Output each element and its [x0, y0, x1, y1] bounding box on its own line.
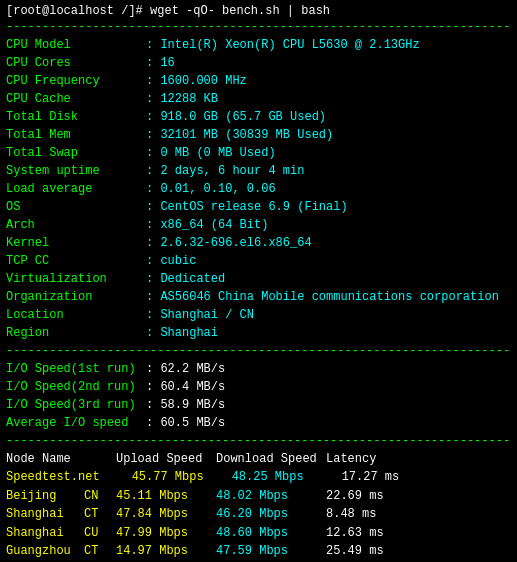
node-isp: CT	[84, 542, 116, 561]
sysinfo-label: Location	[6, 306, 146, 324]
node-download: 48.60 Mbps	[216, 524, 326, 543]
io-row: I/O Speed(1st run): 62.2 MB/s	[6, 360, 511, 378]
node-name: Beijing	[6, 487, 84, 506]
sysinfo-row: System uptime: 2 days, 6 hour 4 min	[6, 162, 511, 180]
sysinfo-label: System uptime	[6, 162, 146, 180]
sysinfo-value: : x86_64 (64 Bit)	[146, 216, 268, 234]
node-download: 48.25 Mbps	[232, 468, 342, 487]
node-latency: 25.49 ms	[326, 542, 406, 561]
sysinfo-row: Total Disk: 918.0 GB (65.7 GB Used)	[6, 108, 511, 126]
col-header-node: Node Name	[6, 452, 116, 466]
io-label: Average I/O speed	[6, 414, 146, 432]
node-isp: CN	[84, 487, 116, 506]
sysinfo-row: Organization: AS56046 China Mobile commu…	[6, 288, 511, 306]
nodes-section: Speedtest.net 45.77 Mbps 48.25 Mbps 17.2…	[6, 468, 511, 562]
node-upload: 45.11 Mbps	[116, 487, 216, 506]
sysinfo-row: OS: CentOS release 6.9 (Final)	[6, 198, 511, 216]
io-value: : 60.4 MB/s	[146, 378, 225, 396]
sysinfo-row: Load average: 0.01, 0.10, 0.06	[6, 180, 511, 198]
sysinfo-value: : 0.01, 0.10, 0.06	[146, 180, 276, 198]
sysinfo-row: CPU Cache: 12288 KB	[6, 90, 511, 108]
node-upload: 14.97 Mbps	[116, 542, 216, 561]
node-latency: 8.48 ms	[326, 505, 406, 524]
divider-3: ----------------------------------------…	[6, 434, 511, 448]
node-name: Guangzhou	[6, 542, 84, 561]
node-download: 48.02 Mbps	[216, 487, 326, 506]
divider-2: ----------------------------------------…	[6, 344, 511, 358]
col-header-upload: Upload Speed	[116, 452, 216, 466]
sysinfo-row: Region: Shanghai	[6, 324, 511, 342]
sysinfo-value: : CentOS release 6.9 (Final)	[146, 198, 348, 216]
sysinfo-label: Total Disk	[6, 108, 146, 126]
sysinfo-value: : cubic	[146, 252, 196, 270]
sysinfo-label: Arch	[6, 216, 146, 234]
table-row: Beijing CN 45.11 Mbps 48.02 Mbps 22.69 m…	[6, 487, 511, 506]
io-value: : 62.2 MB/s	[146, 360, 225, 378]
sysinfo-value: : Shanghai / CN	[146, 306, 254, 324]
sysinfo-row: CPU Frequency: 1600.000 MHz	[6, 72, 511, 90]
sysinfo-label: Load average	[6, 180, 146, 198]
sysinfo-row: Total Swap: 0 MB (0 MB Used)	[6, 144, 511, 162]
sysinfo-label: Virtualization	[6, 270, 146, 288]
table-row: Speedtest.net 45.77 Mbps 48.25 Mbps 17.2…	[6, 468, 511, 487]
sysinfo-value: : Intel(R) Xeon(R) CPU L5630 @ 2.13GHz	[146, 36, 420, 54]
sysinfo-section: CPU Model: Intel(R) Xeon(R) CPU L5630 @ …	[6, 36, 511, 342]
sysinfo-row: CPU Cores: 16	[6, 54, 511, 72]
sysinfo-value: : AS56046 China Mobile communications co…	[146, 288, 499, 306]
sysinfo-label: CPU Cores	[6, 54, 146, 72]
node-download: 47.59 Mbps	[216, 542, 326, 561]
node-latency: 17.27 ms	[342, 468, 422, 487]
node-upload: 47.99 Mbps	[116, 524, 216, 543]
sysinfo-row: Virtualization: Dedicated	[6, 270, 511, 288]
io-row: I/O Speed(3rd run): 58.9 MB/s	[6, 396, 511, 414]
sysinfo-value: : Shanghai	[146, 324, 218, 342]
col-header-latency: Latency	[326, 452, 406, 466]
table-row: Guangzhou CT 14.97 Mbps 47.59 Mbps 25.49…	[6, 542, 511, 561]
table-row: Shanghai CT 47.84 Mbps 46.20 Mbps 8.48 m…	[6, 505, 511, 524]
node-isp	[100, 468, 132, 487]
io-label: I/O Speed(1st run)	[6, 360, 146, 378]
sysinfo-label: Total Mem	[6, 126, 146, 144]
io-value: : 60.5 MB/s	[146, 414, 225, 432]
sysinfo-label: Region	[6, 324, 146, 342]
table-header: Node Name Upload Speed Download Speed La…	[6, 452, 511, 466]
sysinfo-label: OS	[6, 198, 146, 216]
io-value: : 58.9 MB/s	[146, 396, 225, 414]
sysinfo-value: : Dedicated	[146, 270, 225, 288]
sysinfo-value: : 2 days, 6 hour 4 min	[146, 162, 304, 180]
sysinfo-label: CPU Cache	[6, 90, 146, 108]
sysinfo-label: Kernel	[6, 234, 146, 252]
node-isp: CU	[84, 524, 116, 543]
io-label: I/O Speed(2nd run)	[6, 378, 146, 396]
node-upload: 47.84 Mbps	[116, 505, 216, 524]
sysinfo-label: Total Swap	[6, 144, 146, 162]
node-upload: 45.77 Mbps	[132, 468, 232, 487]
io-row: Average I/O speed: 60.5 MB/s	[6, 414, 511, 432]
sysinfo-label: CPU Frequency	[6, 72, 146, 90]
node-name: Shanghai	[6, 505, 84, 524]
sysinfo-label: TCP CC	[6, 252, 146, 270]
io-row: I/O Speed(2nd run): 60.4 MB/s	[6, 378, 511, 396]
terminal: [root@localhost /]# wget -qO- bench.sh |…	[0, 0, 517, 562]
sysinfo-row: CPU Model: Intel(R) Xeon(R) CPU L5630 @ …	[6, 36, 511, 54]
sysinfo-row: Total Mem: 32101 MB (30839 MB Used)	[6, 126, 511, 144]
sysinfo-row: TCP CC: cubic	[6, 252, 511, 270]
sysinfo-row: Kernel: 2.6.32-696.el6.x86_64	[6, 234, 511, 252]
sysinfo-label: CPU Model	[6, 36, 146, 54]
node-latency: 22.69 ms	[326, 487, 406, 506]
sysinfo-value: : 12288 KB	[146, 90, 218, 108]
sysinfo-value: : 0 MB (0 MB Used)	[146, 144, 276, 162]
node-isp: CT	[84, 505, 116, 524]
node-name: Shanghai	[6, 524, 84, 543]
sysinfo-value: : 918.0 GB (65.7 GB Used)	[146, 108, 326, 126]
divider-1: ----------------------------------------…	[6, 20, 511, 34]
sysinfo-row: Arch: x86_64 (64 Bit)	[6, 216, 511, 234]
sysinfo-row: Location: Shanghai / CN	[6, 306, 511, 324]
col-header-download: Download Speed	[216, 452, 326, 466]
node-download: 46.20 Mbps	[216, 505, 326, 524]
sysinfo-value: : 2.6.32-696.el6.x86_64	[146, 234, 312, 252]
table-row: Shanghai CU 47.99 Mbps 48.60 Mbps 12.63 …	[6, 524, 511, 543]
command-line: [root@localhost /]# wget -qO- bench.sh |…	[6, 4, 511, 18]
sysinfo-label: Organization	[6, 288, 146, 306]
io-label: I/O Speed(3rd run)	[6, 396, 146, 414]
